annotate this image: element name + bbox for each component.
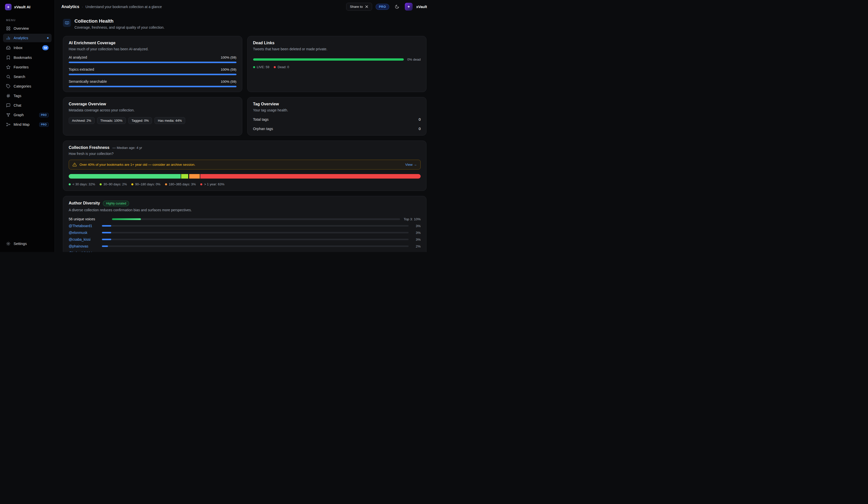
author-handle-link[interactable]: @Thetaboard1 [69, 224, 99, 228]
sidebar-item-search[interactable]: Search [3, 72, 52, 81]
collection-health-section-header: Collection Health Coverage, freshness, a… [63, 18, 426, 29]
card-title: Author Diversity [69, 201, 100, 206]
warning-icon [72, 162, 77, 167]
card-subtitle: A diverse collection reduces confirmatio… [69, 208, 421, 212]
sidebar-item-bookmarks[interactable]: Bookmarks [3, 53, 52, 62]
legend-label: LIVE: 59 [257, 65, 269, 69]
unique-voices-row: 56 unique voices Top 3: 10% [69, 217, 421, 221]
legend-dot [100, 183, 102, 185]
archive-warning-banner: Over 40% of your bookmarks are 1+ year o… [69, 160, 421, 169]
dead-links-legend: LIVE: 59 Dead: 0 [253, 65, 421, 69]
legend-item-dead: Dead: 0 [274, 65, 289, 69]
sidebar-item-overview[interactable]: Overview [3, 24, 52, 33]
share-to-x-button[interactable]: Share to [346, 3, 372, 11]
segment-over-1-year [200, 174, 421, 179]
sidebar-item-graph[interactable]: Graph PRO [3, 111, 52, 119]
page-header: Analytics · Understand your bookmark col… [61, 4, 162, 9]
orphan-tags-row: Orphan tags 0 [253, 127, 421, 131]
tag-overview-card: Tag Overview Your tag usage health. Tota… [247, 97, 427, 136]
diversity-track [112, 218, 400, 220]
live-progress-fill [253, 58, 404, 61]
author-handle-link[interactable]: @elonmusk [69, 231, 99, 235]
sidebar-nav: Overview Analytics Inbox 58 [0, 24, 55, 129]
dark-mode-toggle[interactable] [393, 2, 401, 11]
warning-text: Over 40% of your bookmarks are 1+ year o… [80, 163, 195, 167]
share-button-label: Share to [350, 5, 363, 9]
top3-share-label: Top 3: 10% [404, 217, 421, 221]
author-handle-link[interactable]: @kgkarthik924 [69, 251, 99, 252]
sidebar-footer: Settings [0, 239, 55, 252]
metric-label: Topics extracted [69, 67, 94, 71]
book-open-icon [63, 19, 71, 27]
author-share: 2% [412, 244, 421, 248]
pro-badge: PRO [39, 113, 49, 117]
active-indicator-dot [47, 37, 49, 39]
app-logo[interactable]: xVault AI [0, 0, 55, 14]
freshness-title-row: Collection Freshness — Median age: 4 yr [69, 145, 421, 150]
progress-track [69, 74, 237, 75]
author-share: 3% [412, 224, 421, 228]
live-dot [253, 66, 255, 68]
author-handle-link[interactable]: @csaba_kissi [69, 238, 99, 241]
sidebar-item-label: Favorites [13, 65, 29, 69]
sidebar-item-mind-map[interactable]: Mind Map PRO [3, 120, 52, 129]
progress-track [69, 62, 237, 63]
metric-label: AI analyzed [69, 55, 87, 59]
graph-nodes-icon [6, 113, 11, 117]
legend-item: 180–365 days: 3% [165, 182, 196, 186]
diversity-fill [112, 218, 141, 220]
gear-icon [6, 241, 11, 246]
dead-percentage-label: 0% dead [407, 57, 421, 61]
chip-tagged: Tagged: 0% [128, 117, 152, 124]
card-subtitle: Your tag usage health. [253, 108, 421, 112]
segment-30-90-days [181, 174, 188, 179]
x-logo-icon [365, 5, 368, 8]
warning-view-link[interactable]: View → [405, 163, 417, 167]
freshness-stacked-bar [69, 174, 421, 179]
legend-item-live: LIVE: 59 [253, 65, 269, 69]
pro-plan-badge[interactable]: PRO [376, 4, 389, 10]
section-title: Collection Health [74, 18, 165, 24]
metric-label: Semantically searchable [69, 80, 107, 84]
total-tags-row: Total tags 0 [253, 117, 421, 122]
sidebar-item-inbox[interactable]: Inbox 58 [3, 43, 52, 52]
author-fill [102, 232, 111, 233]
account-name: xVault [416, 5, 427, 9]
avatar[interactable] [405, 3, 413, 11]
kv-label: Total tags [253, 117, 269, 122]
sidebar-item-tags[interactable]: Tags [3, 92, 52, 100]
coverage-overview-card: Coverage Overview Metadata coverage acro… [63, 97, 242, 136]
card-title: Coverage Overview [69, 102, 237, 106]
sidebar-item-settings[interactable]: Settings [3, 239, 52, 248]
legend-label: 180–365 days: 3% [169, 182, 196, 186]
sidebar-item-label: Search [13, 75, 25, 79]
sidebar-item-chat[interactable]: Chat [3, 101, 52, 110]
menu-section-label: MENU [0, 14, 55, 24]
main-area: Analytics · Understand your bookmark col… [55, 0, 434, 252]
legend-label: Dead: 0 [278, 65, 289, 69]
metric-value: 100% (59) [221, 55, 236, 59]
cards-row-1: AI Enrichment Coverage How much of your … [63, 36, 426, 92]
grid-icon [6, 26, 11, 31]
card-title: Dead Links [253, 41, 421, 45]
sidebar-item-analytics[interactable]: Analytics [3, 34, 52, 42]
sidebar-item-favorites[interactable]: Favorites [3, 63, 52, 71]
metric-ai-analyzed: AI analyzed 100% (59) [69, 55, 237, 63]
legend-item: 30–90 days: 2% [100, 182, 127, 186]
page-subtitle: Understand your bookmark collection at a… [85, 5, 162, 9]
freshness-legend: < 30 days: 32% 30–90 days: 2% 90–180 day… [69, 182, 421, 186]
author-handle-link[interactable]: @phainovas [69, 244, 99, 248]
search-icon [6, 74, 11, 79]
segment-180-365-days [189, 174, 200, 179]
author-fill [102, 225, 111, 227]
author-row: @Thetaboard1 3% [69, 224, 421, 228]
collection-freshness-card: Collection Freshness — Median age: 4 yr … [63, 140, 426, 191]
author-share: 2% [412, 251, 421, 252]
sidebar-item-categories[interactable]: Categories [3, 82, 52, 91]
card-subtitle: How fresh is your collection? [69, 152, 421, 156]
mind-map-icon [6, 122, 11, 127]
author-diversity-title-row: Author Diversity Highly curated [69, 201, 421, 206]
chip-has-media: Has media: 44% [154, 117, 185, 124]
inbox-icon [6, 45, 11, 50]
xvault-logo-icon [5, 4, 12, 10]
